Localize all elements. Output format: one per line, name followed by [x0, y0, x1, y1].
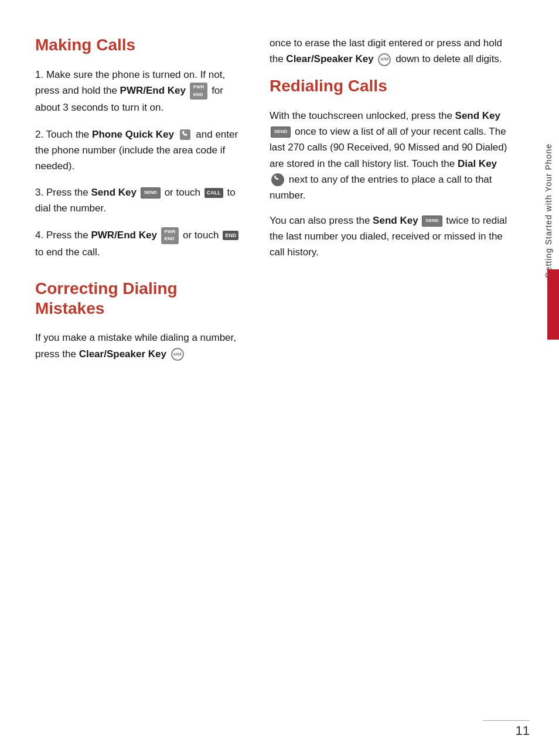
list-item-4: 4. Press the PWR/End Key PWREND or touch… — [35, 227, 246, 261]
correcting-dialing-body: If you make a mistake while dialing a nu… — [35, 330, 246, 361]
clear-speaker-key-icon-2: c/cl — [378, 53, 391, 66]
item-number-2: 2. — [35, 129, 46, 140]
clear-speaker-key-label-1: Clear/Speaker Key — [79, 348, 166, 360]
phone-quick-key-icon — [178, 129, 192, 141]
send-key-badge-3: SEND — [422, 215, 442, 227]
making-calls-list: 1. Make sure the phone is turned on. If … — [35, 67, 246, 261]
page-divider-line — [483, 720, 530, 721]
send-key-label-1: Send Key — [91, 187, 136, 198]
redialing-calls-section: Redialing Calls With the touchscreen unl… — [270, 76, 512, 260]
pink-accent-tab — [547, 269, 559, 340]
pwr-end-key-label-1: PWR/End Key — [120, 85, 186, 96]
clear-speaker-key-icon-1: c/cl — [171, 348, 184, 361]
making-calls-section: Making Calls 1. Make sure the phone is t… — [35, 35, 246, 260]
phone-quick-key-label: Phone Quick Key — [92, 129, 174, 140]
left-column: Making Calls 1. Make sure the phone is t… — [35, 35, 246, 371]
correcting-dialing-section: Correcting DialingMistakes If you make a… — [35, 279, 246, 362]
end-badge: END — [223, 231, 238, 240]
list-item-3: 3. Press the Send Key SEND or touch CALL… — [35, 184, 246, 216]
redialing-calls-title: Redialing Calls — [270, 76, 512, 96]
dial-key-icon — [271, 173, 285, 187]
redialing-para-1: With the touchscreen unlocked, press the… — [270, 108, 512, 203]
redialing-para-2: You can also press the Send Key SEND twi… — [270, 213, 512, 261]
making-calls-title: Making Calls — [35, 35, 246, 55]
pwr-end-key-icon-1: PWREND — [190, 83, 208, 100]
two-column-layout: Making Calls 1. Make sure the phone is t… — [35, 35, 512, 371]
correcting-continued-text: once to erase the last digit entered or … — [270, 35, 512, 67]
item-number-1: 1. — [35, 69, 46, 80]
pwr-end-key-label-2: PWR/End Key — [91, 230, 156, 241]
item-number-3: 3. — [35, 187, 46, 198]
pwr-end-key-icon-2: PWREND — [161, 227, 179, 245]
list-item-1: 1. Make sure the phone is turned on. If … — [35, 67, 246, 116]
correcting-dialing-title: Correcting DialingMistakes — [35, 279, 246, 318]
page-container: Making Calls 1. Make sure the phone is t… — [0, 0, 559, 756]
page-number: 11 — [516, 723, 530, 738]
list-item-2: 2. Touch the Phone Quick Key and enter t… — [35, 126, 246, 175]
send-key-label-3: Send Key — [373, 215, 418, 226]
call-badge: CALL — [204, 188, 223, 197]
right-column: once to erase the last digit entered or … — [270, 35, 512, 371]
item-number-4: 4. — [35, 230, 46, 241]
send-key-badge-2: SEND — [271, 126, 291, 138]
send-key-label-2: Send Key — [455, 110, 500, 121]
clear-speaker-key-label-2: Clear/Speaker Key — [286, 53, 373, 64]
send-key-badge-1: SEND — [141, 187, 161, 199]
dial-key-label: Dial Key — [458, 158, 497, 169]
sidebar-tab-text: Getting Started with Your Phone — [544, 143, 553, 278]
